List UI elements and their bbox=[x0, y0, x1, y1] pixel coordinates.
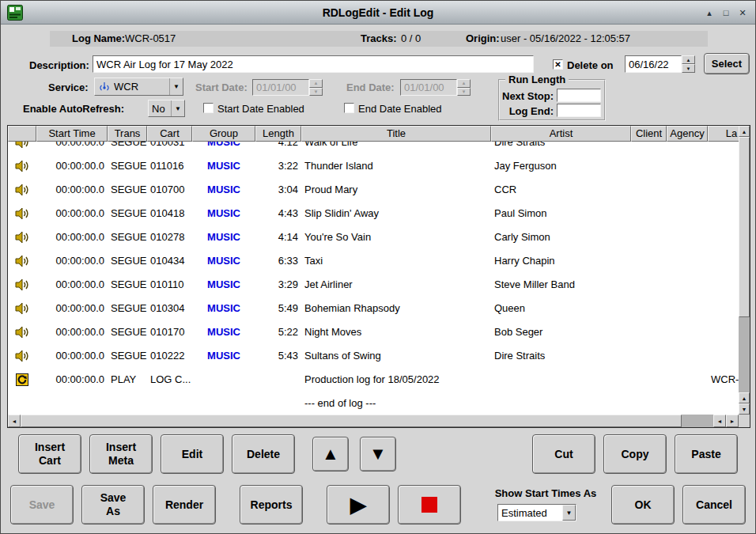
shade-button[interactable]: ▴ bbox=[703, 6, 716, 19]
delete-button[interactable]: Delete bbox=[232, 434, 295, 474]
cancel-button[interactable]: Cancel bbox=[682, 485, 746, 525]
scroll-left-button-2[interactable]: ◄ bbox=[713, 415, 726, 427]
vertical-scrollbar[interactable]: ▲ ▲ ▼ bbox=[739, 126, 750, 415]
log-table-row[interactable]: 00:00:00.0 SEGUE 010278 MUSIC 4:14 You'r… bbox=[8, 225, 739, 249]
chevron-down-icon: ▼ bbox=[169, 78, 183, 95]
spinner-down-button[interactable]: ▼ bbox=[682, 64, 695, 73]
log-table-row[interactable]: 00:00:00.0 SEGUE 010110 MUSIC 3:29 Jet A… bbox=[8, 273, 739, 297]
log-table-row[interactable]: 00:00:00.0 SEGUE 010170 MUSIC 5:22 Night… bbox=[8, 320, 739, 344]
column-header-artist[interactable]: Artist bbox=[491, 126, 631, 142]
copy-button[interactable]: Copy bbox=[603, 434, 667, 474]
spinner-down-icon: ▼ bbox=[686, 66, 691, 71]
render-button[interactable]: Render bbox=[153, 485, 216, 525]
scroll-down-icon: ▼ bbox=[742, 407, 747, 412]
maximize-button[interactable]: □ bbox=[720, 6, 732, 19]
move-up-button[interactable]: ▲ bbox=[312, 437, 349, 472]
run-length-groupbox: Run Length Next Stop: Log End: bbox=[498, 79, 606, 121]
scroll-up-button-2[interactable]: ▲ bbox=[739, 392, 750, 403]
column-header-start-time[interactable]: Start Time bbox=[36, 126, 108, 142]
log-table-row[interactable]: 00:00:00.0 PLAY LOG C... Production log … bbox=[8, 368, 739, 392]
cell-client bbox=[631, 202, 667, 225]
log-table-row[interactable]: --- end of log --- bbox=[8, 392, 739, 415]
show-start-times-label: Show Start Times As bbox=[482, 487, 610, 499]
ok-button[interactable]: OK bbox=[611, 485, 675, 525]
vertical-scrollbar-thumb[interactable] bbox=[739, 137, 750, 317]
column-header-icon[interactable] bbox=[8, 126, 36, 142]
delete-date-input[interactable] bbox=[625, 55, 682, 73]
insert-cart-button[interactable]: Insert Cart bbox=[18, 434, 81, 474]
vertical-scrollbar-track[interactable] bbox=[739, 137, 750, 392]
play-button[interactable]: ▶ bbox=[327, 485, 390, 525]
stop-icon bbox=[421, 497, 437, 513]
cell-agency bbox=[667, 344, 708, 368]
spinner-up-button[interactable]: ▲ bbox=[682, 55, 695, 64]
cell-trans: SEGUE bbox=[108, 202, 147, 225]
log-table-row[interactable]: 00:00:00.0 SEGUE 010031 MUSIC 4:12 Walk … bbox=[8, 142, 739, 154]
cell-client bbox=[631, 392, 667, 415]
cell-title: Bohemian Rhapsody bbox=[301, 297, 491, 320]
description-input[interactable] bbox=[93, 55, 534, 73]
log-table-row[interactable]: 00:00:00.0 SEGUE 010304 MUSIC 5:49 Bohem… bbox=[8, 297, 739, 320]
log-table-row[interactable]: 00:00:00.0 SEGUE 010700 MUSIC 3:04 Proud… bbox=[8, 178, 739, 202]
log-table-row[interactable]: 00:00:00.0 SEGUE 010418 MUSIC 4:43 Slip … bbox=[8, 202, 739, 225]
select-button[interactable]: Select bbox=[704, 53, 750, 74]
cell-group: MUSIC bbox=[192, 225, 255, 249]
cell-start-time bbox=[36, 392, 108, 415]
titlebar[interactable]: RDLogEdit - Edit Log ▴ □ ✕ bbox=[1, 1, 755, 25]
log-name-label: Log Name: bbox=[72, 32, 125, 44]
delete-on-checkbox[interactable]: ✕ bbox=[553, 59, 563, 70]
column-header-cart[interactable]: Cart bbox=[147, 126, 192, 142]
scroll-left-icon: ◄ bbox=[717, 418, 723, 424]
table-header-row: Start Time Trans Cart Group Length Title… bbox=[8, 126, 739, 142]
save-as-button[interactable]: Save As bbox=[81, 485, 145, 525]
column-header-length[interactable]: Length bbox=[255, 126, 301, 142]
autorefresh-combobox[interactable]: No ▼ bbox=[148, 100, 185, 117]
insert-meta-button[interactable]: Insert Meta bbox=[89, 434, 153, 474]
close-button[interactable]: ✕ bbox=[736, 6, 749, 19]
cell-start-time: 00:00:00.0 bbox=[36, 178, 108, 202]
horizontal-scrollbar[interactable]: ◄ ◄ ► bbox=[8, 415, 739, 427]
cell-cart: 010031 bbox=[147, 142, 192, 154]
cell-agency bbox=[667, 178, 708, 202]
service-combobox[interactable]: WCR ▼ bbox=[94, 78, 183, 96]
end-date-enabled-checkbox[interactable] bbox=[344, 103, 354, 113]
scroll-up-button[interactable]: ▲ bbox=[739, 126, 750, 137]
reports-button[interactable]: Reports bbox=[240, 485, 303, 525]
log-rows: 00:00:00.0 SEGUE 010031 MUSIC 4:12 Walk … bbox=[8, 142, 739, 415]
chevron-down-icon: ▼ bbox=[171, 100, 184, 116]
cell-artist: Steve Miller Band bbox=[491, 273, 631, 297]
column-header-trans[interactable]: Trans bbox=[108, 126, 147, 142]
cell-title: --- end of log --- bbox=[301, 392, 491, 415]
scroll-up-icon: ▲ bbox=[742, 129, 747, 134]
cell-client bbox=[631, 320, 667, 344]
log-table-row[interactable]: 00:00:00.0 SEGUE 011016 MUSIC 3:22 Thund… bbox=[8, 154, 739, 178]
stop-button[interactable] bbox=[398, 485, 461, 525]
scroll-left-button[interactable]: ◄ bbox=[8, 415, 21, 427]
scroll-right-button[interactable]: ► bbox=[726, 415, 739, 427]
column-header-client[interactable]: Client bbox=[631, 126, 667, 142]
log-table-row[interactable]: 00:00:00.0 SEGUE 010222 MUSIC 5:43 Sulta… bbox=[8, 344, 739, 368]
speaker-icon bbox=[15, 278, 29, 291]
start-date-enabled-checkbox[interactable] bbox=[203, 103, 214, 113]
column-header-label[interactable]: La bbox=[708, 126, 739, 142]
start-times-combobox[interactable]: Estimated ▼ bbox=[497, 504, 576, 521]
cell-group: MUSIC bbox=[192, 154, 255, 178]
move-down-button[interactable]: ▼ bbox=[360, 437, 396, 472]
start-date-enabled-label: Start Date Enabled bbox=[217, 103, 304, 115]
log-end-input[interactable] bbox=[557, 104, 601, 117]
paste-button[interactable]: Paste bbox=[675, 434, 738, 474]
horizontal-scrollbar-thumb[interactable] bbox=[21, 415, 682, 427]
column-header-title[interactable]: Title bbox=[301, 126, 491, 142]
scroll-down-button[interactable]: ▼ bbox=[739, 403, 750, 415]
edit-button[interactable]: Edit bbox=[161, 434, 224, 474]
spinner-up-button: ▲ bbox=[457, 79, 471, 88]
speaker-icon-cell bbox=[8, 273, 36, 297]
cell-cart: 010700 bbox=[147, 178, 192, 202]
speaker-icon-cell bbox=[8, 225, 36, 249]
log-table-row[interactable]: 00:00:00.0 SEGUE 010434 MUSIC 6:33 Taxi … bbox=[8, 249, 739, 273]
column-header-agency[interactable]: Agency bbox=[667, 126, 708, 142]
next-stop-input[interactable] bbox=[557, 89, 601, 102]
horizontal-scrollbar-track[interactable] bbox=[21, 415, 713, 427]
column-header-group[interactable]: Group bbox=[192, 126, 255, 142]
cut-button[interactable]: Cut bbox=[532, 434, 595, 474]
